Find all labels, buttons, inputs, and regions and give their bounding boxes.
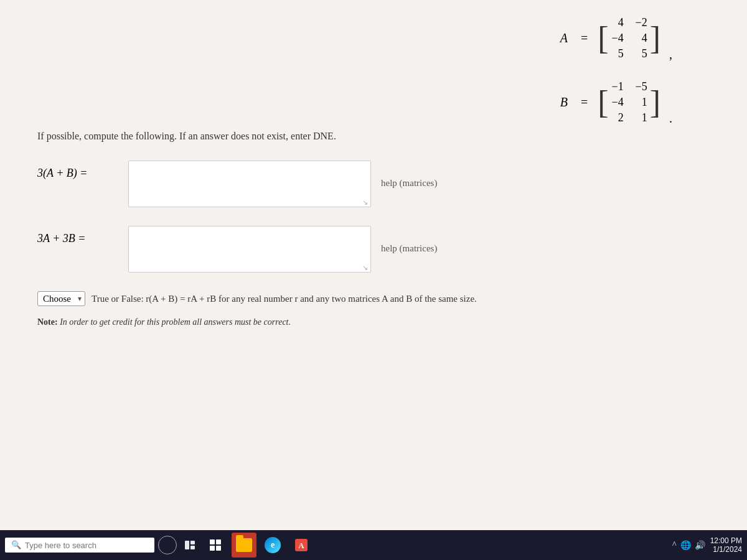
b-r2c1: −4 (611, 96, 624, 109)
problem-1-expr: 3(A + B) = (37, 167, 87, 180)
taskbar-right-section: ^ 🌐 🔊 12:00 PM 1/1/2024 (672, 536, 742, 554)
a-r1c1: 4 (611, 16, 624, 29)
problem-1-label: 3(A + B) = (37, 161, 118, 180)
taskbar-search-icon: 🔍 (11, 540, 21, 550)
matrix-b-cells: −1 −5 −4 1 2 1 (609, 77, 650, 128)
bracket-left-b: [ (598, 77, 608, 128)
grid-icon (210, 539, 221, 551)
taskbar-circle-button[interactable] (158, 536, 177, 554)
taskbar-app-files[interactable] (232, 533, 256, 558)
matrix-b-row: B = [ −1 −5 −4 1 2 1 ] . (560, 77, 672, 128)
problem-2-answer-box[interactable]: ↘ (128, 226, 371, 273)
help-link-2[interactable]: help (matrices) (381, 226, 437, 254)
true-false-statement: True or False: r(A + B) = rA + rB for an… (92, 294, 477, 304)
tray-volume-icon[interactable]: 🔊 (695, 540, 705, 551)
matrix-b-bracket: [ −1 −5 −4 1 2 1 ] (598, 77, 660, 128)
matrix-b-equals: = (581, 95, 588, 110)
taskbar-time[interactable]: 12:00 PM 1/1/2024 (710, 536, 742, 554)
taskbar-app-extra[interactable]: A (289, 533, 314, 558)
files-icon (236, 538, 252, 552)
svg-rect-1 (190, 541, 195, 544)
b-r3c2: 1 (635, 111, 647, 124)
taskbar-app-edge[interactable]: e (260, 533, 285, 558)
note-body: In order to get credit for this problem … (58, 317, 291, 327)
taskbar-clock: 12:00 PM (710, 536, 742, 545)
help-link-1[interactable]: help (matrices) (381, 161, 437, 189)
instructions-content: If possible, compute the following. If a… (37, 131, 336, 141)
matrix-a-cells: 4 −2 −4 4 5 5 (609, 12, 650, 64)
choose-dropdown[interactable]: Choose True False (37, 291, 85, 306)
b-r1c2: −5 (635, 80, 647, 93)
matrix-a-equals: = (581, 31, 588, 45)
extra-app-icon: A (293, 537, 309, 553)
a-r1c2: −2 (635, 16, 647, 29)
b-r1c1: −1 (611, 80, 624, 93)
bracket-right-b: ] (650, 77, 660, 128)
taskbar-search-input[interactable] (25, 541, 137, 550)
bracket-right-a: ] (650, 12, 660, 64)
tray-network-icon[interactable]: 🌐 (680, 540, 691, 551)
resize-handle-1[interactable]: ↘ (362, 199, 369, 205)
matrix-b-punct: . (669, 111, 672, 128)
b-r3c1: 2 (611, 111, 624, 124)
matrix-a-bracket: [ 4 −2 −4 4 5 5 ] (598, 12, 660, 64)
svg-rect-2 (190, 546, 195, 549)
matrix-a-row: A = [ 4 −2 −4 4 5 5 ] , (560, 12, 672, 64)
b-r2c2: 1 (635, 96, 647, 109)
problem-1-row: 3(A + B) = ↘ help (matrices) (37, 161, 710, 207)
resize-handle-2[interactable]: ↘ (362, 264, 369, 271)
note-section: Note: In order to get credit for this pr… (37, 317, 710, 327)
svg-rect-0 (185, 541, 189, 549)
taskbar-app-grid[interactable] (203, 533, 228, 558)
choose-row: Choose True False True or False: r(A + B… (37, 291, 710, 306)
problem-2-row: 3A + 3B = ↘ help (matrices) (37, 226, 710, 273)
taskbar-date: 1/1/2024 (710, 545, 742, 554)
tray-caret-icon[interactable]: ^ (672, 540, 677, 550)
matrix-a-label: A (560, 31, 568, 45)
instructions-text: If possible, compute the following. If a… (37, 131, 710, 142)
a-r3c2: 5 (635, 47, 647, 60)
problem-2-expr: 3A + 3B = (37, 232, 85, 245)
bracket-left-a: [ (598, 12, 608, 64)
matrix-a-punct: , (669, 47, 672, 64)
note-prefix: Note: (37, 317, 58, 327)
a-r2c2: 4 (635, 32, 647, 45)
svg-text:A: A (298, 541, 304, 550)
system-tray-icons: ^ 🌐 🔊 (672, 540, 705, 551)
matrix-b-label: B (560, 95, 568, 110)
a-r3c1: 5 (611, 47, 624, 60)
taskbar-search-bar[interactable]: 🔍 (5, 538, 154, 553)
problem-2-label: 3A + 3B = (37, 226, 118, 245)
matrices-section: A = [ 4 −2 −4 4 5 5 ] , B = [ (560, 12, 672, 128)
taskbar-split-icon[interactable] (181, 536, 199, 554)
choose-wrapper[interactable]: Choose True False (37, 291, 85, 306)
a-r2c1: −4 (611, 32, 624, 45)
problem-1-answer-box[interactable]: ↘ (128, 161, 371, 207)
taskbar: 🔍 e A ^ 🌐 🔊 12: (0, 530, 747, 560)
edge-icon: e (265, 537, 281, 553)
main-content: A = [ 4 −2 −4 4 5 5 ] , B = [ (0, 0, 747, 530)
